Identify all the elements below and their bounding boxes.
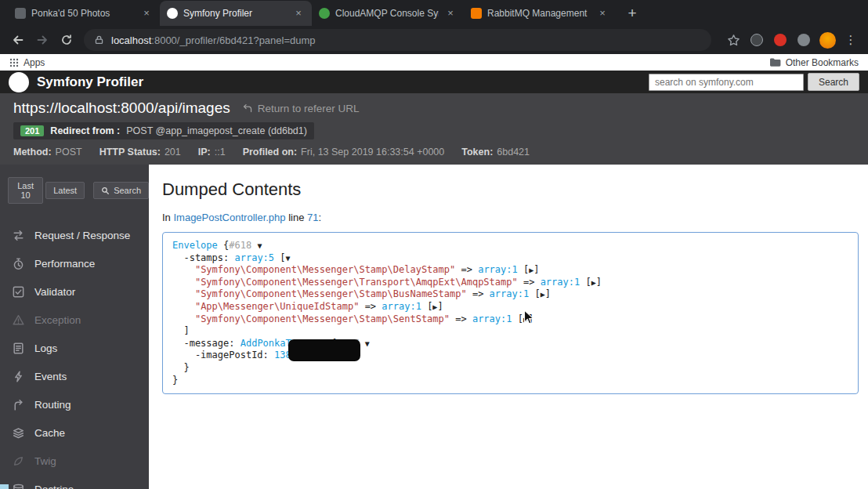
return-to-referer-label: Return to referer URL — [258, 103, 360, 114]
sidebar-item-label: Performance — [34, 258, 95, 270]
open-toggle-icon[interactable]: ▼ — [257, 241, 262, 250]
profiler-sidebar: Last 10 Latest Search Request / Response… — [0, 165, 149, 489]
dump-hover-tooltip — [288, 339, 360, 361]
summary-meta-item: HTTP Status:201 — [99, 147, 181, 158]
browser-tab-strip: Ponka'd 50 Photos×Symfony Profiler×Cloud… — [0, 0, 868, 26]
extension-icon-red[interactable] — [771, 31, 790, 49]
return-to-referer-link[interactable]: Return to referer URL — [243, 103, 360, 114]
dump-string: "Symfony\Component\Messenger\Transport\A… — [195, 277, 518, 288]
symfony-logo — [9, 72, 29, 92]
dump-text: [ — [580, 277, 591, 288]
tab[interactable]: Symfony Profiler× — [160, 1, 312, 26]
new-tab-button[interactable]: + — [622, 3, 642, 24]
meta-value: ::1 — [215, 147, 226, 158]
extension-icon-gray[interactable] — [794, 31, 813, 49]
sidebar-item-logs[interactable]: Logs — [0, 334, 149, 362]
sidebar-item-events[interactable]: Events — [0, 362, 149, 390]
tab-close-icon[interactable]: × — [444, 7, 457, 20]
source-file-link[interactable]: ImagePostController.php — [173, 212, 285, 223]
sidebar-item-doctrine[interactable]: Doctrine — [0, 475, 149, 489]
meta-label: IP: — [198, 147, 211, 158]
dump-text — [172, 277, 195, 288]
tab-title: Symfony Profiler — [183, 8, 287, 19]
active-panel-indicator — [0, 484, 9, 489]
redirect-value: POST @app_imagepost_create (dd6bd1) — [126, 125, 307, 136]
tab-close-icon[interactable]: × — [596, 7, 609, 20]
dump-text — [172, 301, 195, 312]
sidebar-item-validator[interactable]: Validator — [0, 277, 149, 306]
last-10-button[interactable]: Last 10 — [8, 177, 43, 204]
meta-value: 6bd421 — [497, 147, 530, 158]
sidebar-item-label: Cache — [34, 427, 65, 439]
dump-line: "App\Messenger\UniqueIdStamp" => array:1… — [172, 301, 848, 313]
sidebar-item-request-response[interactable]: Request / Response — [0, 221, 149, 249]
sidebar-search-button[interactable]: Search — [93, 182, 149, 199]
redirect-info: 201 Redirect from : POST @app_imagepost_… — [13, 122, 314, 139]
open-toggle-icon[interactable]: ▼ — [365, 339, 370, 348]
url-path: :8000/_profiler/6bd421?panel=dump — [151, 34, 315, 46]
dump-text: ] — [596, 277, 602, 288]
tab[interactable]: RabbitMQ Management× — [464, 1, 616, 26]
dump-text: } — [172, 362, 190, 373]
apps-shortcut[interactable]: Apps — [9, 57, 45, 68]
dump-string: "Symfony\Component\Messenger\Stamp\Delay… — [195, 264, 455, 275]
mouse-cursor — [523, 310, 535, 326]
panel-content: Dumped Contents In ImagePostController.p… — [149, 165, 868, 489]
profile-avatar[interactable] — [818, 31, 837, 49]
folder-icon — [769, 57, 781, 67]
browser-menu-icon[interactable]: ⋮ — [841, 31, 860, 49]
dump-line: ] — [172, 325, 848, 338]
status-badge: 201 — [20, 125, 44, 136]
photos-favicon — [15, 8, 26, 19]
dump-text: { — [218, 240, 229, 251]
dump-text: -message: — [172, 338, 241, 349]
dump-ref: #618 — [229, 240, 251, 251]
tab[interactable]: CloudAMQP Console Symfony× — [312, 1, 464, 26]
dump-text: ] — [172, 325, 190, 336]
sidebar-item-label: Doctrine — [34, 484, 74, 489]
tab-close-icon[interactable]: × — [140, 7, 153, 20]
dump-string: "App\Messenger\UniqueIdStamp" — [195, 301, 360, 312]
sidebar-item-label: Request / Response — [34, 230, 130, 241]
sidebar-item-cache[interactable]: Cache — [0, 418, 149, 447]
var-dump: Envelope {#618 ▼ -stamps: array:5 [▼ "Sy… — [172, 240, 848, 386]
tab[interactable]: Ponka'd 50 Photos× — [8, 1, 160, 26]
meta-label: HTTP Status: — [99, 147, 161, 158]
database-icon — [12, 483, 25, 489]
bookmark-star-icon[interactable] — [724, 31, 743, 49]
dump-text — [172, 313, 195, 324]
request-summary: https://localhost:8000/api/images Return… — [0, 93, 868, 165]
sidebar-item-label: Exception — [34, 314, 81, 326]
dump-line: -message: AddPonkaToImage {#577 ▼ — [172, 338, 848, 350]
sidebar-item-label: Events — [34, 371, 67, 382]
url-host: localhost — [111, 34, 151, 46]
sidebar-item-routing[interactable]: Routing — [0, 390, 149, 418]
forward-icon[interactable] — [32, 30, 52, 50]
address-bar[interactable]: localhost:8000/_profiler/6bd421?panel=du… — [84, 29, 711, 51]
profiler-search-button[interactable]: Search — [808, 73, 859, 91]
other-bookmarks[interactable]: Other Bookmarks — [769, 57, 859, 68]
location-suffix: : — [319, 212, 322, 223]
lock-icon — [94, 34, 104, 45]
tab-list: Ponka'd 50 Photos×Symfony Profiler×Cloud… — [8, 0, 616, 26]
tab-close-icon[interactable]: × — [292, 7, 305, 20]
sidebar-item-performance[interactable]: Performance — [0, 249, 149, 277]
profiler-search-input[interactable] — [649, 74, 804, 91]
latest-button[interactable]: Latest — [45, 182, 85, 199]
dump-location: In ImagePostController.php line 71: — [162, 212, 859, 223]
sidebar-item-exception: Exception — [0, 306, 149, 334]
reload-icon[interactable] — [56, 30, 77, 50]
back-icon[interactable] — [8, 30, 28, 50]
dump-string: "Symfony\Component\Messenger\Stamp\SentS… — [195, 313, 450, 324]
profiler-title: Symfony Profiler — [37, 74, 143, 90]
bookmarks-bar: Apps Other Bookmarks — [0, 54, 868, 71]
dump-line: } — [172, 362, 848, 375]
open-toggle-icon[interactable]: ▼ — [286, 254, 291, 263]
extension-icon-dark[interactable] — [747, 31, 766, 49]
meta-label: Token: — [461, 147, 493, 158]
summary-meta-item: Method:POST — [13, 147, 82, 158]
apps-label: Apps — [24, 57, 45, 68]
dump-text — [172, 264, 195, 275]
apps-grid-icon — [9, 58, 19, 67]
tab-title: RabbitMQ Management — [487, 8, 591, 19]
